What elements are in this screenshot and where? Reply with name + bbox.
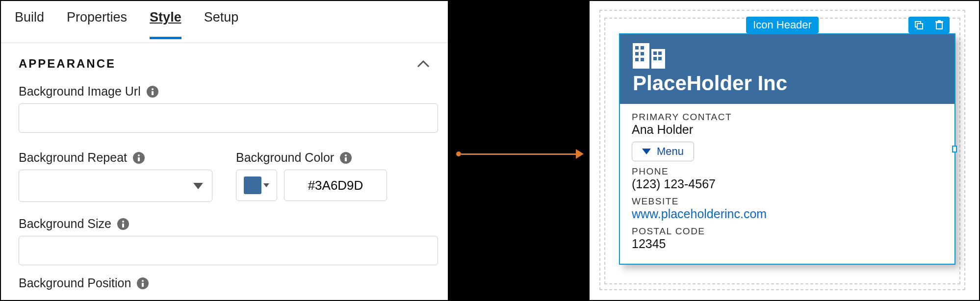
svg-point-2 xyxy=(138,154,140,156)
annotation-arrow xyxy=(456,149,584,159)
arrow-head-icon xyxy=(576,149,584,159)
appearance-title: APPEARANCE xyxy=(19,57,116,71)
info-icon[interactable] xyxy=(147,86,158,98)
bg-position-label-row: Background Position xyxy=(19,276,430,290)
svg-rect-1 xyxy=(152,91,154,95)
svg-rect-11 xyxy=(917,24,923,29)
card-title: PlaceHolder Inc xyxy=(633,72,942,95)
canvas-drop-zone-inner[interactable]: Icon Header xyxy=(604,18,960,284)
selection-actions xyxy=(908,17,950,33)
arrow-line xyxy=(461,153,576,155)
appearance-header[interactable]: APPEARANCE xyxy=(19,57,430,71)
caret-down-icon xyxy=(193,183,203,189)
arrow-start-icon xyxy=(456,151,461,156)
menu-button[interactable]: Menu xyxy=(632,142,694,161)
info-icon[interactable] xyxy=(137,277,149,289)
style-panel: Build Properties Style Setup APPEARANCE … xyxy=(0,0,449,301)
caret-down-icon xyxy=(642,149,651,154)
bg-repeat-select[interactable] xyxy=(19,170,212,202)
info-icon[interactable] xyxy=(117,218,129,230)
menu-button-label: Menu xyxy=(657,145,684,158)
bg-color-hex-input[interactable] xyxy=(284,170,387,201)
svg-rect-3 xyxy=(138,157,140,161)
appearance-section: APPEARANCE Background Image Url Backgrou… xyxy=(1,43,448,290)
svg-rect-9 xyxy=(142,283,144,287)
phone-value: (123) 123-4567 xyxy=(632,177,943,191)
postal-label: POSTAL CODE xyxy=(632,226,943,237)
svg-rect-5 xyxy=(345,157,347,161)
card-header: PlaceHolder Inc xyxy=(620,34,954,104)
svg-rect-14 xyxy=(938,20,941,22)
bg-position-label: Background Position xyxy=(19,276,131,290)
canvas-drop-zone-outer[interactable]: Icon Header xyxy=(599,10,965,290)
info-icon[interactable] xyxy=(133,152,145,164)
svg-point-0 xyxy=(152,88,154,90)
bg-image-url-input[interactable] xyxy=(19,103,438,133)
bg-repeat-label-row: Background Repeat xyxy=(19,150,212,165)
tab-properties[interactable]: Properties xyxy=(67,10,127,37)
tab-build[interactable]: Build xyxy=(15,10,44,37)
trash-icon[interactable] xyxy=(929,17,950,33)
caret-down-icon xyxy=(263,183,269,187)
website-value[interactable]: www.placeholderinc.com xyxy=(632,207,943,221)
tab-style[interactable]: Style xyxy=(150,10,181,39)
bg-color-picker[interactable] xyxy=(236,170,277,201)
duplicate-icon[interactable] xyxy=(908,17,929,33)
svg-rect-7 xyxy=(122,224,124,227)
chevron-up-icon[interactable] xyxy=(416,57,430,71)
postal-value: 12345 xyxy=(632,237,943,251)
svg-rect-12 xyxy=(936,23,942,29)
svg-point-8 xyxy=(142,280,144,282)
bg-size-label-row: Background Size xyxy=(19,217,430,231)
bg-image-url-label-row: Background Image Url xyxy=(19,84,430,99)
bg-repeat-label: Background Repeat xyxy=(19,150,127,165)
resize-handle-right[interactable] xyxy=(952,146,957,152)
color-swatch xyxy=(244,176,261,194)
phone-label: PHONE xyxy=(632,166,943,177)
svg-point-6 xyxy=(122,221,124,223)
card-body: PRIMARY CONTACT Ana Holder Menu PHONE (1… xyxy=(620,104,954,264)
bg-size-label: Background Size xyxy=(19,217,111,231)
svg-point-4 xyxy=(345,154,347,156)
tab-setup[interactable]: Setup xyxy=(204,10,239,37)
panel-tabbar: Build Properties Style Setup xyxy=(1,1,448,43)
bg-color-label: Background Color xyxy=(236,150,334,165)
info-icon[interactable] xyxy=(340,152,352,164)
bg-size-input[interactable] xyxy=(19,236,438,265)
selection-tag[interactable]: Icon Header xyxy=(746,17,819,33)
building-icon xyxy=(633,43,942,69)
website-label: WEBSITE xyxy=(632,196,943,207)
bg-color-label-row: Background Color xyxy=(236,150,387,165)
icon-header-component[interactable]: PlaceHolder Inc PRIMARY CONTACT Ana Hold… xyxy=(619,33,955,265)
preview-canvas: Icon Header xyxy=(589,0,980,301)
bg-image-url-label: Background Image Url xyxy=(19,84,141,99)
primary-contact-value: Ana Holder xyxy=(632,123,943,137)
primary-contact-label: PRIMARY CONTACT xyxy=(632,112,943,123)
